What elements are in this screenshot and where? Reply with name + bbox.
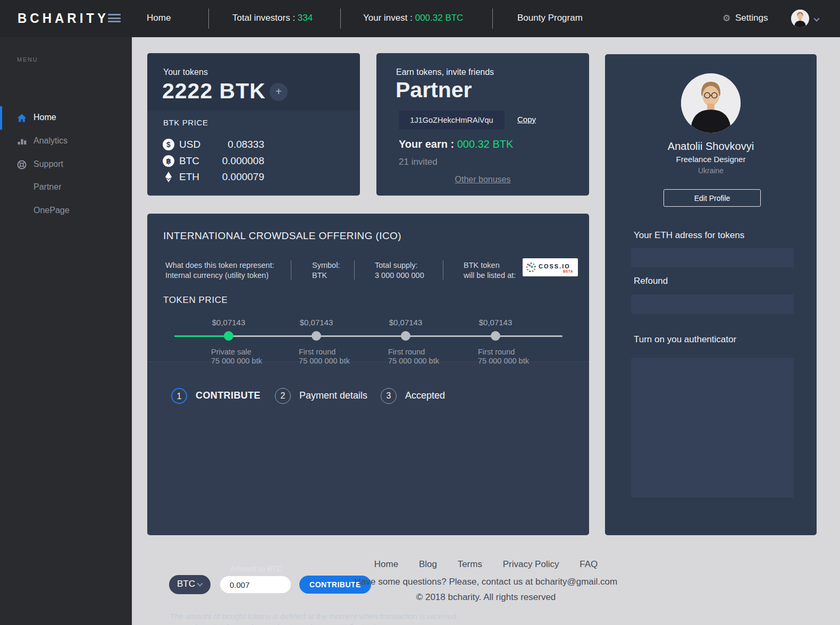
step-number[interactable]: 1: [171, 388, 187, 404]
nav-divider: [492, 9, 493, 29]
life-ring-icon: [16, 159, 27, 170]
sidebar-item-partner[interactable]: Partner: [0, 176, 132, 199]
menu-section-label: MENU: [17, 56, 38, 63]
fact-symbol: Symbol:BTK: [312, 260, 340, 281]
nav-divider: [340, 9, 341, 29]
refound-input[interactable]: [631, 294, 794, 314]
slider-dot[interactable]: [401, 331, 410, 341]
nav-bounty-program-link[interactable]: Bounty Program: [517, 13, 583, 23]
fact-listing: BTK tokenwill be listed at:: [464, 260, 516, 281]
chevron-down-icon[interactable]: [813, 15, 819, 21]
sidebar-item-label: Partner: [33, 182, 61, 192]
step-label: Accepted: [405, 390, 445, 401]
refound-label: Refound: [634, 276, 668, 286]
stage-price: $0,07143: [379, 318, 432, 327]
eth-address-input[interactable]: [631, 248, 794, 267]
partner-subtitle: Earn tokens, invite friends: [396, 67, 494, 77]
sidebar-item-label: OnePage: [33, 206, 70, 215]
step-number[interactable]: 2: [275, 388, 291, 404]
sidebar-item-support[interactable]: Support: [0, 153, 132, 176]
referral-code-field[interactable]: 1J1GoZHekcHmRAiVqu: [399, 111, 505, 130]
copy-button[interactable]: Copy: [517, 115, 536, 124]
price-row-eth: ETH 0.000079: [147, 171, 360, 187]
currency-value: 0.000079: [200, 171, 264, 183]
coss-beta-badge: BETA: [563, 269, 573, 273]
footer-link-blog[interactable]: Blog: [419, 559, 437, 569]
coss-icon: [525, 261, 537, 273]
brand-logo: BCHARITY: [18, 11, 109, 26]
total-investors-label: Total investors :: [232, 13, 295, 23]
stage-price: $0,07143: [202, 318, 255, 327]
authenticator-panel[interactable]: [631, 358, 794, 497]
footer-copyright: © 2018 bcharity. All rights reserved: [132, 592, 840, 603]
footer-link-terms[interactable]: Terms: [458, 559, 482, 569]
footer-link-home[interactable]: Home: [374, 559, 398, 569]
footer-link-faq[interactable]: FAQ: [579, 559, 598, 569]
authenticator-label: Turn on you authenticator: [634, 334, 736, 345]
earn-label: Your earn :: [399, 138, 457, 150]
sidebar-item-onepage[interactable]: OnePage: [0, 199, 132, 223]
ico-title: INTERNATIONAL CROWDSALE OFFERING (ICO): [163, 230, 401, 242]
slider-dot[interactable]: [491, 331, 500, 341]
tokens-title: Your tokens: [163, 67, 208, 77]
disclaimer-text: The amount of bought tokens is defined a…: [170, 612, 458, 625]
fact-divider: [443, 260, 443, 280]
ico-card: INTERNATIONAL CROWDSALE OFFERING (ICO) W…: [147, 214, 589, 535]
profile-name: Anatolii Shovkovyi: [605, 140, 817, 153]
settings-button[interactable]: ⚙ Settings: [735, 13, 768, 23]
slider-handle[interactable]: [224, 331, 233, 341]
edit-profile-button[interactable]: Edit Profile: [663, 189, 761, 207]
footer-link-privacy[interactable]: Privacy Policy: [503, 559, 559, 569]
currency-value: 0.08333: [200, 139, 264, 150]
add-tokens-button[interactable]: +: [270, 83, 288, 101]
slider-dot[interactable]: [312, 331, 321, 341]
your-invest-label: Your invest :: [363, 13, 413, 23]
nav-divider: [208, 9, 209, 29]
your-invest-value: 000.32 BTC: [415, 13, 464, 23]
footer-links: Home Blog Terms Privacy Policy FAQ: [132, 559, 840, 570]
fact-divider: [291, 260, 291, 280]
fact-divider: [354, 260, 355, 280]
currency-name: USD: [179, 139, 200, 150]
coss-logo-text: COSS.IO: [539, 263, 570, 269]
invited-count: 21 invited: [399, 157, 438, 167]
step-label: Payment details: [299, 390, 367, 401]
footer-contact: Have some questions? Please, contact us …: [132, 577, 840, 587]
sidebar-item-label: Home: [33, 113, 56, 122]
hamburger-menu-icon[interactable]: [108, 14, 121, 23]
settings-label: Settings: [735, 13, 768, 23]
token-price-title: TOKEN PRICE: [163, 295, 228, 306]
nav-home-link[interactable]: Home: [147, 13, 171, 23]
ethereum-icon: [163, 171, 174, 183]
profile-card: Anatolii Shovkovyi Freelance Designer Uk…: [605, 54, 817, 535]
coss-io-logo: COSS.IO BETA: [523, 258, 578, 276]
total-investors-stat: Total investors : 334: [232, 13, 313, 23]
other-bonuses-link[interactable]: Other bonuses: [455, 175, 511, 184]
your-invest-stat: Your invest : 000.32 BTC: [363, 13, 463, 23]
dollar-icon: $: [163, 139, 174, 150]
currency-name: BTC: [179, 155, 199, 167]
contribute-section: 1 CONTRIBUTE 2 Payment details 3 Accepte…: [147, 361, 589, 535]
fact-represent: What does this token represent:Internal …: [165, 260, 274, 281]
currency-name: ETH: [179, 171, 199, 183]
your-earn-line: Your earn : 000.32 BTK: [399, 138, 513, 150]
price-row-usd: $ USD 0.08333: [147, 139, 360, 155]
currency-value: 0.000008: [200, 155, 264, 167]
sidebar-item-home[interactable]: Home: [0, 106, 132, 130]
app: BCHARITY Home Total investors : 334 Your…: [0, 0, 840, 625]
stage-name: First round: [299, 348, 389, 357]
bar-chart-icon: [16, 136, 27, 147]
sidebar-item-analytics[interactable]: Analytics: [0, 130, 132, 153]
top-navbar: BCHARITY Home Total investors : 334 Your…: [0, 0, 840, 37]
tokens-amount: 2222 BTK: [162, 79, 266, 104]
bitcoin-icon: ฿: [163, 155, 174, 167]
sidebar-item-label: Support: [33, 159, 63, 169]
price-row-btc: ฿ BTC 0.000008: [147, 155, 360, 171]
stage-name: First round: [388, 348, 478, 357]
stage-price: $0,07143: [469, 318, 522, 327]
step-number[interactable]: 3: [381, 388, 397, 404]
user-avatar[interactable]: [791, 10, 809, 28]
stage-name: First round: [478, 348, 568, 357]
profile-country: Ukraine: [605, 166, 817, 175]
profile-avatar: [681, 73, 741, 133]
